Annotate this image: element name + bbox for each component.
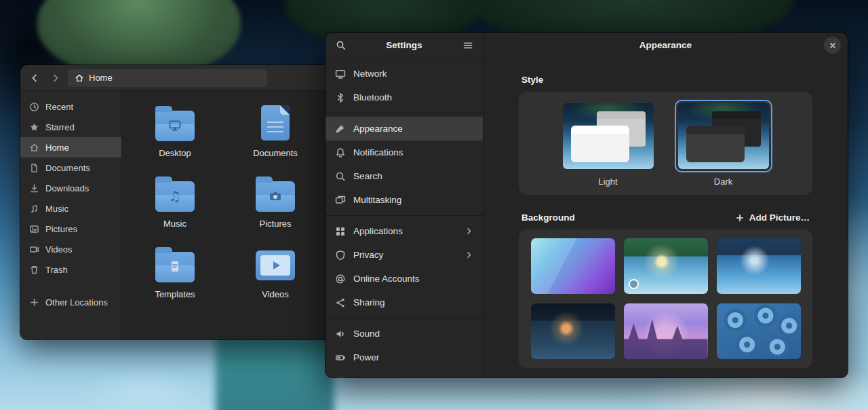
primary-menu-button[interactable] [459,37,477,54]
page-fold [280,105,290,115]
settings-nav-displays[interactable]: Displays [326,369,483,377]
pictures-folder-icon [256,172,295,215]
trash-icon [29,265,39,275]
settings-nav-bluetooth[interactable]: Bluetooth [326,86,483,109]
settings-nav-list: Network Bluetooth Appearance Notificatio… [326,58,483,377]
bell-icon [335,147,346,158]
sidebar-label: Pictures [45,224,77,234]
settings-nav-network[interactable]: Network [326,62,483,86]
files-sidebar-item-other-locations[interactable]: Other Locations [20,292,121,312]
folder-name: Desktop [159,148,191,158]
folder-desktop[interactable]: Desktop [136,102,214,158]
download-icon [29,183,39,193]
nav-separator [326,318,483,318]
nav-label: Sharing [353,297,385,308]
files-sidebar-item-pictures[interactable]: Pictures [20,219,121,239]
folder-music[interactable]: ♫ Music [136,172,214,229]
settings-sidebar-headerbar: Settings [326,33,483,58]
files-sidebar-item-trash[interactable]: Trash [20,259,121,280]
sound-speaker-icon [335,329,346,339]
panel-title: Appearance [639,40,692,50]
folder-pictures[interactable]: Pictures [236,172,315,229]
forward-button[interactable] [47,69,64,87]
breadcrumb[interactable]: Home [68,69,267,87]
hamburger-menu-icon [462,40,473,51]
appearance-brush-icon [335,124,346,134]
back-button[interactable] [26,69,43,87]
background-section-header: Background Add Picture… [521,212,810,223]
settings-nav-power[interactable]: Power [326,346,483,369]
wallpaper-thumb-landscape-dark[interactable] [531,303,615,359]
recent-clock-icon [29,102,39,112]
chevron-right-icon [50,73,61,83]
dark-option-label: Dark [714,176,732,187]
sidebar-label: Home [45,143,69,153]
displays-icon [335,376,346,378]
nav-label: Appearance [353,124,403,134]
sidebar-label: Videos [45,244,73,255]
folder-name: Documents [253,148,298,158]
dark-preview-frame-selected [675,100,772,172]
add-picture-button[interactable]: Add Picture… [735,212,810,223]
videos-screen-icon [256,243,295,285]
selected-indicator [629,279,639,289]
settings-nav-notifications[interactable]: Notifications [326,141,483,164]
power-battery-icon [335,352,346,363]
wallpaper-thumb-winter-purple[interactable] [624,303,708,359]
wallpaper-thumb-abstract[interactable] [531,238,615,294]
settings-window: Settings Network Bluetooth Appearance [326,33,848,377]
wallpaper-thumb-landscape-day[interactable] [624,238,708,294]
settings-nav-sound[interactable]: Sound [326,322,483,346]
files-sidebar-item-home[interactable]: Home [20,137,121,157]
music-folder-icon: ♫ [155,172,195,215]
settings-nav-sharing[interactable]: Sharing [326,291,483,314]
files-sidebar: Recent Starred Home Documents Downloads [20,91,122,339]
style-option-light[interactable]: Light [559,100,657,187]
nav-label: Online Accounts [353,274,420,284]
close-button[interactable] [824,37,841,54]
settings-nav-appearance[interactable]: Appearance [326,117,483,141]
music-note-icon [29,204,39,214]
settings-nav-multitasking[interactable]: Multitasking [326,188,483,212]
folder-name: Pictures [260,219,292,229]
settings-nav-online-accounts[interactable]: Online Accounts [326,267,483,291]
light-option-label: Light [598,176,617,187]
close-icon [829,41,837,50]
video-camera-icon [29,244,39,255]
settings-panel-headerbar: Appearance [484,33,848,58]
settings-nav-search[interactable]: Search [326,164,483,188]
settings-sidebar: Settings Network Bluetooth Appearance [326,33,484,377]
files-sidebar-item-music[interactable]: Music [20,198,121,219]
plus-icon [735,213,745,223]
sidebar-label: Music [45,204,68,214]
page-glyph-icon [167,259,182,274]
image-icon [29,224,39,234]
plus-icon [29,297,39,308]
camera-glyph-icon [268,189,283,204]
files-sidebar-item-recent[interactable]: Recent [20,96,121,117]
sidebar-label: Trash [45,265,68,275]
folder-templates[interactable]: Templates [136,243,214,299]
settings-nav-applications[interactable]: Applications [326,219,483,243]
dark-style-preview [678,103,769,169]
settings-search-button[interactable] [332,37,349,54]
sharing-icon [335,297,346,308]
wallpaper-thumb-landscape-blue[interactable] [717,238,801,294]
nav-label: Bluetooth [353,92,392,102]
files-sidebar-item-downloads[interactable]: Downloads [20,178,121,198]
settings-nav-privacy[interactable]: Privacy [326,243,483,267]
background-section-heading: Background [521,212,575,223]
document-icon [29,163,39,173]
chevron-right-icon [465,227,473,236]
search-icon [335,171,346,182]
folder-videos[interactable]: Videos [236,243,315,299]
wallpaper-thumb-blue-knots[interactable] [717,303,801,359]
search-icon [336,40,346,50]
files-sidebar-item-videos[interactable]: Videos [20,239,121,259]
style-option-dark[interactable]: Dark [675,100,772,187]
folder-documents[interactable]: Documents [236,102,315,158]
files-sidebar-item-starred[interactable]: Starred [20,117,121,137]
home-icon [75,73,84,83]
nav-label: Applications [353,226,403,236]
files-sidebar-item-documents[interactable]: Documents [20,157,121,178]
